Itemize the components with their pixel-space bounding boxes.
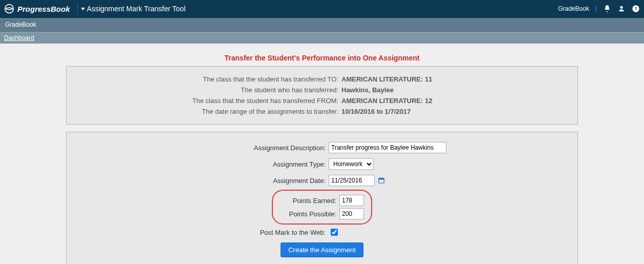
from-label: The class that the student has transferr… <box>149 97 338 105</box>
points-highlight: Points Earned: Points Possible: <box>272 190 372 225</box>
info-row-student: The student who has transferred: Hawkins… <box>72 85 572 95</box>
row-submit: Create the Assignment <box>72 240 572 260</box>
bell-icon[interactable] <box>603 5 611 13</box>
help-icon[interactable]: ? <box>632 5 640 13</box>
row-date: Assignment Date: <box>72 172 572 189</box>
description-input[interactable] <box>329 142 446 153</box>
student-label: The student who has transferred: <box>149 86 338 94</box>
points-earned-input[interactable] <box>339 195 364 206</box>
row-possible: Points Possible: <box>280 207 364 220</box>
type-label: Assignment Type: <box>172 160 326 168</box>
info-row-range: The date range of the assignments to tra… <box>72 106 572 117</box>
brand-area[interactable]: ProgressBook <box>4 4 75 14</box>
brand-text: ProgressBook <box>17 5 70 13</box>
user-icon[interactable] <box>617 5 626 13</box>
to-label: The class that the student has transferr… <box>149 75 338 83</box>
page-title: Transfer the Student's Performance into … <box>3 54 641 62</box>
desc-label: Assignment Description: <box>172 144 326 152</box>
range-value: 10/16/2016 to 1/7/2017 <box>341 108 495 115</box>
content-area: Transfer the Student's Performance into … <box>0 44 644 264</box>
info-row-from: The class that the student has transferr… <box>72 95 572 106</box>
info-panel: The class that the student has transferr… <box>66 66 578 125</box>
row-earned: Points Earned: <box>280 194 364 207</box>
top-bar: ProgressBook Assignment Mark Transfer To… <box>0 0 644 18</box>
svg-rect-4 <box>379 178 384 179</box>
divider <box>77 3 78 14</box>
pipe-separator: | <box>595 5 597 12</box>
calendar-icon[interactable] <box>378 177 385 184</box>
from-value: AMERICAN LITERATURE: 12 <box>341 97 495 105</box>
caret-down-icon <box>81 8 85 10</box>
breadcrumb-bar: Dashboard <box>0 32 644 44</box>
breadcrumb-dashboard[interactable]: Dashboard <box>4 34 34 42</box>
points-highlight-wrapper: Points Earned: Points Possible: <box>72 189 572 225</box>
post-label: Post Mark to the Web: <box>172 229 326 236</box>
app-subbar: GradeBook <box>0 18 644 32</box>
earned-label: Points Earned: <box>280 197 336 205</box>
range-label: The date range of the assignments to tra… <box>149 108 338 115</box>
date-label: Assignment Date: <box>172 177 326 185</box>
student-value: Hawkins, Baylee <box>341 86 495 94</box>
create-assignment-button[interactable]: Create the Assignment <box>281 242 363 257</box>
svg-text:?: ? <box>634 6 637 11</box>
post-web-checkbox[interactable] <box>331 229 338 236</box>
topbar-right: GradeBook | ? <box>558 5 640 13</box>
tool-title-text: Assignment Mark Transfer Tool <box>87 5 186 13</box>
points-possible-input[interactable] <box>339 208 364 219</box>
info-row-to: The class that the student has transferr… <box>72 74 572 85</box>
row-description: Assignment Description: <box>72 139 572 156</box>
possible-label: Points Possible: <box>280 210 336 218</box>
form-panel: Assignment Description: Assignment Type:… <box>66 132 578 264</box>
row-type: Assignment Type: Homework <box>72 156 572 172</box>
type-select[interactable]: Homework <box>329 158 374 170</box>
app-name[interactable]: GradeBook <box>5 21 36 28</box>
context-label[interactable]: GradeBook <box>558 5 589 12</box>
progressbook-logo-icon <box>4 4 14 14</box>
date-input[interactable] <box>329 175 375 186</box>
to-value: AMERICAN LITERATURE: 11 <box>341 75 495 83</box>
row-post-web: Post Mark to the Web: <box>72 225 572 240</box>
tool-title-dropdown[interactable]: Assignment Mark Transfer Tool <box>81 5 186 13</box>
